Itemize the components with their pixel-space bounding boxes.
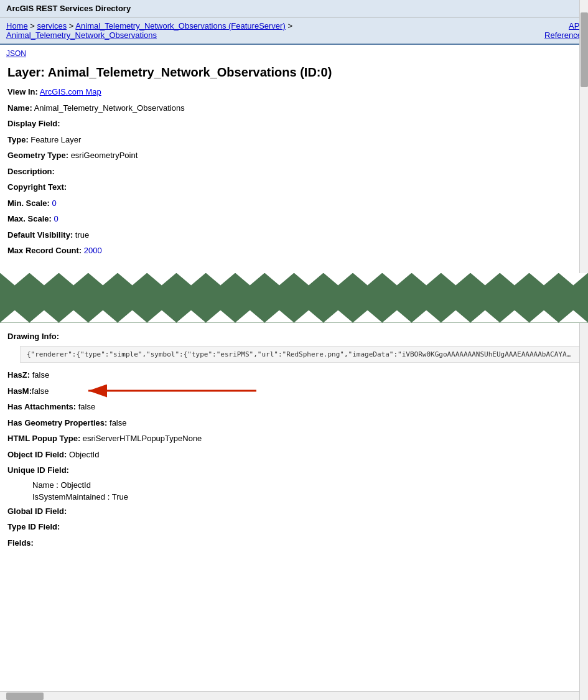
unique-id-maintained-row: IsSystemMaintained : True <box>32 492 581 502</box>
min-scale-label: Min. Scale: <box>7 198 50 208</box>
zigzag-banner <box>0 273 588 323</box>
max-scale-value: 0 <box>54 214 58 223</box>
max-scale-row: Max. Scale: 0 <box>7 213 581 225</box>
html-popup-type-label: HTML Popup Type: <box>7 434 80 443</box>
arcgis-map-link[interactable]: ArcGIS.com Map <box>40 87 101 96</box>
name-label: Name: <box>7 103 32 113</box>
max-record-count-row: Max Record Count: 2000 <box>7 245 581 257</box>
name-value: Animal_Telemetry_Network_Observations <box>34 103 185 113</box>
copyright-text-row: Copyright Text: <box>7 181 581 194</box>
view-in-row: View In: ArcGIS.com Map <box>7 86 581 98</box>
red-arrow-annotation <box>82 381 581 400</box>
has-attachments-row: Has Attachments: false <box>7 401 581 413</box>
unique-id-name-value: ObjectId <box>61 480 91 490</box>
display-field-row: Display Field: <box>7 118 581 130</box>
unique-id-name-row: Name : ObjectId <box>32 480 581 490</box>
geometry-type-row: Geometry Type: esriGeometryPoint <box>7 149 581 162</box>
breadcrumb-bar: Home > services > Animal_Telemetry_Netwo… <box>0 17 588 45</box>
has-geometry-properties-row: Has Geometry Properties: false <box>7 417 581 429</box>
hasm-value: false <box>32 385 49 398</box>
breadcrumb-current-link[interactable]: Animal_Telemetry_Network_Observations <box>6 30 157 40</box>
type-value: Feature Layer <box>30 135 81 144</box>
view-in-label: View In: <box>7 87 38 96</box>
description-row: Description: <box>7 166 581 178</box>
unique-id-name-label: Name : <box>32 480 58 490</box>
hasm-label: HasM: <box>7 385 32 398</box>
display-field-label: Display Field: <box>7 119 60 128</box>
global-id-field-row: Global ID Field: <box>7 505 581 518</box>
arrow-svg <box>82 381 256 400</box>
max-record-count-label: Max Record Count: <box>7 246 82 255</box>
default-visibility-label: Default Visibility: <box>7 230 73 240</box>
drawing-info-code: {"renderer":{"type":"simple","symbol":{"… <box>20 346 581 363</box>
fields-label: Fields: <box>7 538 34 548</box>
app-title-text: ArcGIS REST Services Directory <box>6 4 131 13</box>
copyright-text-label: Copyright Text: <box>7 182 67 192</box>
app-title: ArcGIS REST Services Directory <box>0 0 588 17</box>
drawing-info-row: Drawing Info: <box>7 330 581 343</box>
global-id-field-label: Global ID Field: <box>7 506 67 516</box>
breadcrumb-home-link[interactable]: Home <box>6 21 28 30</box>
breadcrumb-services-link[interactable]: services <box>37 21 67 30</box>
main-content: Layer: Animal_Telemetry_Network_Observat… <box>0 62 588 268</box>
hasz-label: HasZ: <box>7 370 30 380</box>
json-link[interactable]: JSON <box>6 49 26 58</box>
max-record-count-value: 2000 <box>84 246 102 255</box>
type-row: Type: Feature Layer <box>7 134 581 146</box>
unique-id-maintained-value: True <box>112 492 128 502</box>
breadcrumb: Home > services > Animal_Telemetry_Netwo… <box>6 21 292 40</box>
unique-id-field-label: Unique ID Field: <box>7 465 69 475</box>
min-scale-row: Min. Scale: 0 <box>7 197 581 210</box>
object-id-field-value: ObjectId <box>69 450 99 459</box>
unique-id-field-row: Unique ID Field: <box>7 464 581 477</box>
geometry-type-label: Geometry Type: <box>7 151 68 160</box>
unique-id-maintained-label: IsSystemMaintained : <box>32 492 110 502</box>
has-attachments-value: false <box>78 402 95 411</box>
breadcrumb-sep3: > <box>287 21 292 30</box>
drawing-info-label: Drawing Info: <box>7 332 59 341</box>
scrollbar-thumb[interactable] <box>581 12 588 87</box>
layer-title: Layer: Animal_Telemetry_Network_Observat… <box>7 65 581 80</box>
hasz-value: false <box>32 370 49 380</box>
type-label: Type: <box>7 135 29 144</box>
html-popup-type-value: esriServerHTMLPopupTypeNone <box>83 434 202 443</box>
has-attachments-label: Has Attachments: <box>7 402 76 411</box>
default-visibility-value: true <box>75 230 89 240</box>
geometry-type-value: esriGeometryPoint <box>71 151 138 160</box>
has-geometry-properties-value: false <box>110 418 126 427</box>
hasm-row: HasM: false <box>7 385 581 398</box>
breadcrumb-sep1: > <box>30 21 37 30</box>
breadcrumb-featureserver-link[interactable]: Animal_Telemetry_Network_Observations (F… <box>75 21 285 30</box>
max-scale-label: Max. Scale: <box>7 214 52 223</box>
api-reference-links: API Reference <box>544 21 582 40</box>
object-id-field-row: Object ID Field: ObjectId <box>7 449 581 461</box>
reference-link[interactable]: Reference <box>544 30 582 40</box>
json-link-container: JSON <box>0 45 588 62</box>
fields-row: Fields: <box>7 537 581 549</box>
html-popup-type-row: HTML Popup Type: esriServerHTMLPopupType… <box>7 432 581 445</box>
default-visibility-row: Default Visibility: true <box>7 229 581 241</box>
hasz-row: HasZ: false <box>7 369 581 381</box>
object-id-field-label: Object ID Field: <box>7 450 67 459</box>
description-label: Description: <box>7 167 55 176</box>
has-geometry-properties-label: Has Geometry Properties: <box>7 418 107 427</box>
drawing-info-section: Drawing Info: {"renderer":{"type":"simpl… <box>0 328 588 558</box>
min-scale-value: 0 <box>52 198 57 208</box>
name-row: Name: Animal_Telemetry_Network_Observati… <box>7 102 581 114</box>
breadcrumb-sep2: > <box>69 21 76 30</box>
type-id-field-row: Type ID Field: <box>7 521 581 533</box>
type-id-field-label: Type ID Field: <box>7 522 60 531</box>
